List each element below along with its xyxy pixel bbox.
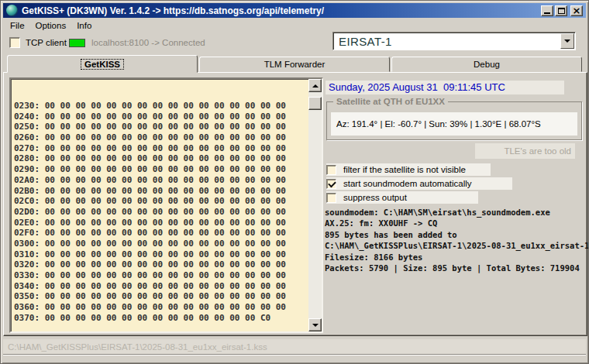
qth-groupbox-title: Satellite at QTH of EU1XX <box>333 97 448 106</box>
connection-led <box>69 39 85 47</box>
hex-line: 0360: 00 00 00 00 00 00 00 00 00 00 00 0… <box>14 302 307 313</box>
connection-status: localhost:8100 -> Connected <box>91 38 205 47</box>
tab-debug-label: Debug <box>474 60 500 69</box>
log-line: C:\HAM\_GetKISSPlus\EIRSAT-1\2025-08-31_… <box>325 240 589 251</box>
chevron-down-icon <box>564 39 570 43</box>
window-controls: × <box>541 5 583 16</box>
hex-line: 02B0: 00 00 00 00 00 00 00 00 00 00 00 0… <box>14 186 307 197</box>
app-window: GetKISS+ (DK3WN) Ver. 1.4.2 -> https://d… <box>0 0 589 364</box>
app-icon[interactable] <box>6 5 18 16</box>
datetime-display: Sunday, 2025 August 31 09:11:45 UTC <box>326 81 564 94</box>
tab-tlm-forwarder[interactable]: TLM Forwarder <box>199 57 390 72</box>
minimize-icon <box>544 12 550 14</box>
tab-debug[interactable]: Debug <box>391 57 582 72</box>
tab-tlm-forwarder-label: TLM Forwarder <box>264 60 326 69</box>
log-line: Packets: 5790 | Size: 895 byte | Total B… <box>325 263 589 273</box>
hex-line: 0320: 00 00 00 00 00 00 00 00 00 00 00 0… <box>14 259 307 270</box>
filter-visibility-checkbox[interactable] <box>326 165 336 175</box>
window-title: GetKISS+ (DK3WN) Ver. 1.4.2 -> https://d… <box>22 5 541 16</box>
log-line: soundmodem: C:\HAM\SM\eirsat\hs_soundmod… <box>325 207 589 218</box>
hex-line: 0240: 00 00 00 00 00 00 00 00 00 00 00 0… <box>14 112 307 122</box>
menu-item-file[interactable]: File <box>5 19 30 32</box>
arrow-up-icon <box>312 84 319 88</box>
output-file-path: C:\HAM\_GetKISSPlus\EIRSAT-1\2025-08-31_… <box>8 342 267 352</box>
autostart-soundmodem-checkbox[interactable] <box>326 179 336 189</box>
minimize-button[interactable] <box>541 5 553 16</box>
terminal-text: 0230: 00 00 00 00 00 00 00 00 00 00 00 0… <box>14 81 307 330</box>
menu-item-options[interactable]: Options <box>30 19 72 32</box>
tab-getkiss[interactable]: GetKISS <box>7 55 198 73</box>
tle-warning: TLE's are too old <box>475 143 575 159</box>
log-line: 895 bytes has been added to <box>325 229 589 240</box>
hex-line: 02F0: 00 00 00 00 00 00 00 00 00 00 00 0… <box>14 228 307 239</box>
maximize-icon <box>558 8 565 14</box>
hex-line: 02E0: 00 00 00 00 00 00 00 00 00 00 00 0… <box>14 218 307 228</box>
hex-dump: 0230: 00 00 00 00 00 00 00 00 00 00 00 0… <box>14 101 307 323</box>
satellite-position-display: Az: 191.4° | El: -60.7° | Sun: 39% | 1.3… <box>331 112 577 136</box>
terminal-scrollbar[interactable] <box>308 79 322 331</box>
terminal-output[interactable]: 0230: 00 00 00 00 00 00 00 00 00 00 00 0… <box>9 77 323 333</box>
hex-line: 02A0: 00 00 00 00 00 00 00 00 00 00 00 0… <box>14 175 307 186</box>
menu-bar: File Options Info <box>5 19 584 33</box>
qth-groupbox: Satellite at QTH of EU1XX Az: 191.4° | E… <box>326 101 582 140</box>
hex-line: 0260: 00 00 00 00 00 00 00 00 00 00 00 0… <box>14 132 307 143</box>
satellite-select-dropdown-button[interactable] <box>560 33 574 49</box>
autostart-soundmodem-row: start soundmodem automatically <box>326 177 512 190</box>
hex-line: 0230: 00 00 00 00 00 00 00 00 00 00 00 0… <box>14 101 307 112</box>
hex-line: 0250: 00 00 00 00 00 00 00 00 00 00 00 0… <box>14 122 307 132</box>
title-bar[interactable]: GetKISS+ (DK3WN) Ver. 1.4.2 -> https://d… <box>3 3 586 18</box>
hex-line: 0280: 00 00 00 00 00 00 00 00 00 00 00 0… <box>14 153 307 164</box>
arrow-down-icon <box>312 324 319 327</box>
log-line: Filesize: 8166 bytes <box>325 252 589 263</box>
autostart-soundmodem-label: start soundmodem automatically <box>343 179 472 188</box>
menu-item-info[interactable]: Info <box>71 19 97 32</box>
tab-getkiss-label: GetKISS <box>81 59 124 70</box>
tcp-client-checkbox[interactable] <box>9 37 20 48</box>
hex-line: 0340: 00 00 00 00 00 00 00 00 00 00 00 0… <box>14 281 307 292</box>
suppress-output-checkbox[interactable] <box>326 193 336 203</box>
satellite-select-value: EIRSAT-1 <box>339 35 392 48</box>
session-log: soundmodem: C:\HAM\SM\eirsat\hs_soundmod… <box>325 207 589 273</box>
hex-line: 0370: 00 00 00 00 00 00 00 00 00 00 00 0… <box>14 313 307 324</box>
close-icon: × <box>573 5 581 15</box>
scroll-down-button[interactable] <box>308 318 322 331</box>
filter-visibility-label: filter if the satellite is not visible <box>343 165 466 174</box>
hex-line: 0350: 00 00 00 00 00 00 00 00 00 00 00 0… <box>14 291 307 302</box>
hex-line: 0290: 00 00 00 00 00 00 00 00 00 00 00 0… <box>14 164 307 175</box>
filter-visibility-row: filter if the satellite is not visible <box>326 163 491 176</box>
hex-line: 02C0: 00 00 00 00 00 00 00 00 00 00 00 0… <box>14 196 307 207</box>
status-bar: C:\HAM\_GetKISSPlus\EIRSAT-1\2025-08-31_… <box>3 339 586 355</box>
hex-line: 0270: 00 00 00 00 00 00 00 00 00 00 00 0… <box>14 143 307 154</box>
scroll-up-button[interactable] <box>308 79 322 92</box>
suppress-output-label: suppress output <box>343 193 407 202</box>
suppress-output-row: suppress output <box>326 191 478 204</box>
log-line: AX.25: fm: XX0UHF -> CQ <box>325 218 589 228</box>
scrollbar-thumb[interactable] <box>308 97 322 110</box>
maximize-button[interactable] <box>555 5 567 16</box>
hex-line: 0310: 00 00 00 00 00 00 00 00 00 00 00 0… <box>14 249 307 260</box>
check-icon <box>328 179 336 187</box>
close-button[interactable]: × <box>570 5 583 16</box>
satellite-select[interactable]: EIRSAT-1 <box>332 32 576 50</box>
tcp-client-label: TCP client <box>26 38 67 47</box>
hex-line: 0330: 00 00 00 00 00 00 00 00 00 00 00 0… <box>14 270 307 281</box>
hex-line: 0300: 00 00 00 00 00 00 00 00 00 00 00 0… <box>14 239 307 249</box>
hex-line: 02D0: 00 00 00 00 00 00 00 00 00 00 00 0… <box>14 207 307 218</box>
